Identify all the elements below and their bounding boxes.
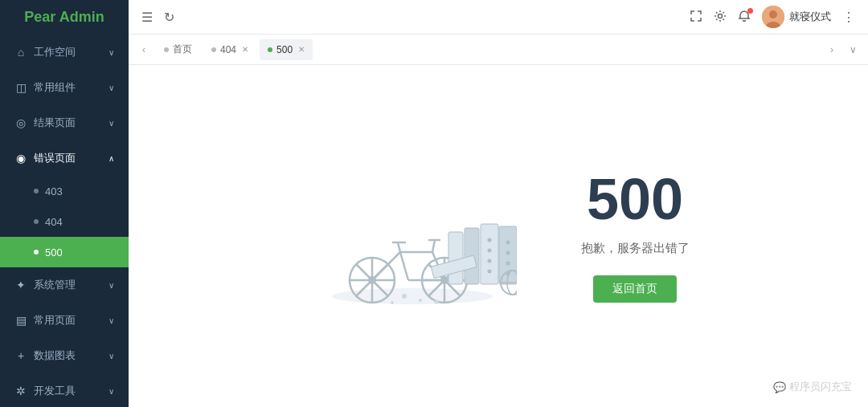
more-options-icon[interactable]: ⋮ (842, 10, 855, 25)
back-home-button[interactable]: 返回首页 (593, 275, 677, 303)
workspace-icon: ⌂ (14, 46, 27, 59)
sidebar-item-500[interactable]: 500 (0, 237, 129, 267)
chevron-up-icon: ∧ (108, 154, 114, 163)
error-icon: ◉ (14, 152, 27, 165)
svg-point-29 (487, 238, 491, 242)
chevron-down-icon6: ∨ (108, 352, 114, 360)
tab-dot-home (164, 47, 169, 52)
tab-dot-500 (268, 47, 272, 52)
tab-close-500[interactable]: ✕ (298, 45, 305, 54)
svg-line-24 (398, 242, 400, 252)
error-message: 抱歉，服务器出错了 (581, 241, 690, 256)
sysadmin-icon: ✦ (14, 279, 27, 291)
svg-rect-28 (481, 224, 498, 284)
tab-500[interactable]: 500 ✕ (260, 39, 313, 60)
svg-point-32 (487, 270, 491, 274)
user-avatar-wrap[interactable]: 就寝仪式 (762, 6, 831, 28)
tab-prev-btn[interactable]: ‹ (135, 41, 153, 59)
chevron-down-icon7: ∨ (108, 387, 114, 396)
sidebar-menu: ⌂ 工作空间 ∨ ◫ 常用组件 ∨ ◎ 结果页面 ∨ ◉ 错误页面 (0, 35, 129, 407)
svg-line-22 (432, 240, 435, 252)
sidebar-item-result[interactable]: ◎ 结果页面 ∨ (0, 105, 129, 140)
chevron-down-icon2: ∨ (108, 83, 114, 92)
svg-point-30 (487, 249, 491, 253)
svg-point-42 (402, 294, 407, 299)
tab-dropdown-btn[interactable]: ∨ (844, 41, 862, 59)
svg-point-31 (487, 259, 491, 263)
svg-line-19 (400, 252, 408, 280)
tab-home[interactable]: 首页 (156, 39, 200, 60)
tabs-bar: ‹ 首页 404 ✕ 500 ✕ › ∨ (129, 35, 868, 65)
tab-label-404: 404 (220, 44, 236, 55)
tab-next-btn[interactable]: › (823, 41, 841, 59)
svg-line-17 (372, 252, 400, 280)
watermark: 💬 程序员闪充宝 (773, 380, 852, 394)
topbar-left: ☰ ↻ (141, 10, 677, 25)
sidebar-label-workspace: 工作空间 (34, 45, 76, 59)
error-code: 500 (581, 170, 690, 228)
avatar (762, 6, 784, 28)
sidebar-label-components: 常用组件 (34, 80, 76, 95)
sidebar-item-pages[interactable]: ▤ 常用页面 ∨ (0, 303, 129, 338)
tabs-list: 首页 404 ✕ 500 ✕ (153, 39, 823, 60)
notification-icon[interactable] (738, 10, 751, 25)
sidebar: Pear Admin ⌂ 工作空间 ∨ ◫ 常用组件 ∨ ◎ 结果页面 ∨ (0, 0, 129, 407)
sidebar-label-result: 结果页面 (34, 116, 76, 130)
tab-label-500: 500 (276, 44, 293, 55)
sidebar-label-devtools: 开发工具 (34, 384, 76, 398)
refresh-icon[interactable]: ↻ (164, 10, 174, 25)
main-area: ☰ ↻ (129, 0, 868, 407)
svg-point-35 (506, 251, 510, 255)
settings-icon[interactable] (714, 10, 727, 25)
svg-rect-26 (448, 232, 463, 284)
sidebar-item-404[interactable]: 404 (0, 206, 129, 237)
chevron-down-icon: ∨ (108, 48, 114, 57)
chevron-down-icon5: ∨ (108, 316, 114, 325)
svg-point-36 (506, 262, 510, 266)
pages-icon: ▤ (14, 314, 27, 327)
sidebar-item-devtools[interactable]: ✲ 开发工具 ∨ (0, 373, 129, 407)
sidebar-item-components[interactable]: ◫ 常用组件 ∨ (0, 70, 129, 105)
sidebar-label-error: 错误页面 (34, 151, 76, 165)
sidebar-label-sysadmin: 系统管理 (34, 278, 76, 292)
tab-404[interactable]: 404 ✕ (203, 39, 256, 60)
tab-dot-404 (211, 47, 216, 52)
sidebar-item-403[interactable]: 403 (0, 176, 129, 206)
charts-icon: + (14, 349, 27, 362)
error-illustration (308, 156, 517, 316)
content-area: 500 抱歉，服务器出错了 返回首页 💬 程序员闪充宝 (129, 65, 868, 407)
svg-point-0 (719, 14, 723, 18)
sidebar-item-charts[interactable]: + 数据图表 ∨ (0, 338, 129, 373)
sidebar-item-sysadmin[interactable]: ✦ 系统管理 ∨ (0, 267, 129, 303)
result-icon: ◎ (14, 116, 27, 129)
components-icon: ◫ (14, 81, 27, 94)
fullscreen-icon[interactable] (690, 10, 702, 25)
watermark-icon: 💬 (773, 381, 786, 393)
svg-point-45 (391, 301, 394, 304)
tab-end-buttons: › ∨ (823, 41, 862, 59)
menu-toggle-icon[interactable]: ☰ (141, 10, 153, 25)
svg-point-34 (506, 241, 510, 245)
sidebar-label-charts: 数据图表 (34, 348, 76, 363)
sidebar-label-pages: 常用页面 (34, 313, 76, 328)
topbar: ☰ ↻ (129, 0, 868, 35)
svg-point-2 (769, 10, 777, 18)
svg-point-44 (434, 300, 438, 304)
username-label: 就寝仪式 (789, 10, 831, 24)
sidebar-item-error[interactable]: ◉ 错误页面 ∧ (0, 140, 129, 176)
chevron-down-icon3: ∨ (108, 119, 114, 128)
sidebar-item-workspace[interactable]: ⌂ 工作空间 ∨ (0, 35, 129, 70)
error-text-section: 500 抱歉，服务器出错了 返回首页 (581, 170, 690, 303)
chevron-down-icon4: ∨ (108, 281, 114, 290)
error-section: 500 抱歉，服务器出错了 返回首页 (308, 156, 690, 316)
svg-point-43 (419, 299, 422, 302)
tab-close-404[interactable]: ✕ (242, 45, 248, 54)
devtools-icon: ✲ (14, 385, 27, 397)
tab-label-home: 首页 (173, 43, 192, 56)
notification-badge (747, 8, 753, 14)
logo-text: Pear Admin (24, 9, 104, 26)
topbar-right: 就寝仪式 ⋮ (690, 6, 855, 28)
watermark-text: 程序员闪充宝 (789, 380, 852, 394)
logo: Pear Admin (0, 0, 129, 35)
